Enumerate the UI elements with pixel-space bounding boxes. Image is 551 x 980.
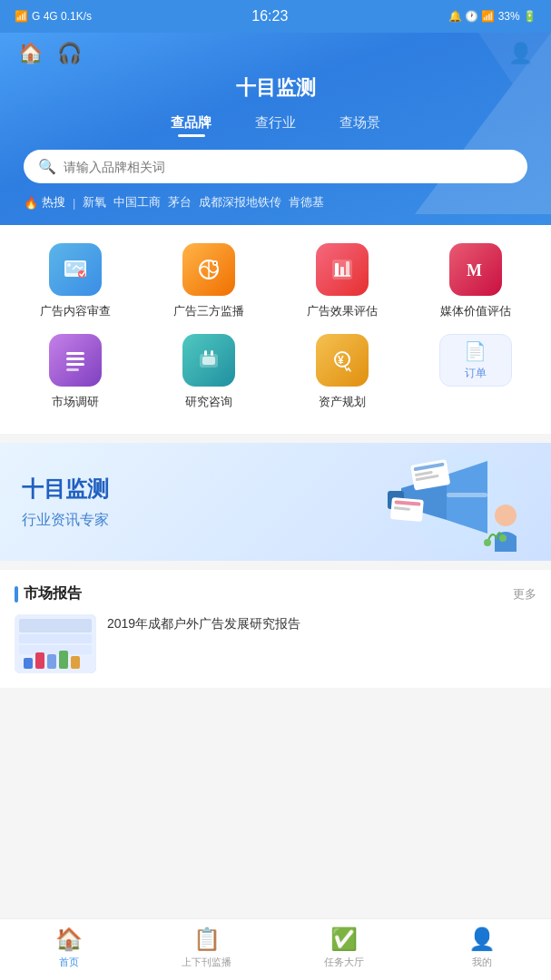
svg-rect-18 <box>202 357 215 365</box>
service-third-party[interactable]: 广告三方监播 <box>154 243 263 319</box>
report-title-text: 2019年成都户外广告发展研究报告 <box>107 614 300 633</box>
search-bar: 🔍 <box>24 150 527 183</box>
status-bar: 📶 G 4G 0.1K/s 16:23 🔔 🕐 📶 33% 🔋 <box>0 0 551 33</box>
service-market-research[interactable]: 市场调研 <box>21 334 130 410</box>
nav-profile[interactable]: 👤 我的 <box>455 926 509 969</box>
service-media-value[interactable]: M 媒体价值评估 <box>421 243 530 319</box>
svg-text:¥: ¥ <box>338 354 344 367</box>
svg-rect-40 <box>24 658 33 669</box>
tab-brand[interactable]: 查品牌 <box>171 114 212 137</box>
header-icons-left: 🏠 🎧 <box>18 42 82 65</box>
service-label-media-value: 媒体价值评估 <box>440 303 511 319</box>
header-top: 🏠 🎧 👤 <box>18 42 533 65</box>
signal-icon: 📶 <box>15 10 28 23</box>
asset-plan-icon: ¥ <box>316 334 369 387</box>
nav-home[interactable]: 🏠 首页 <box>42 926 96 969</box>
service-label-third-party: 广告三方监播 <box>173 303 244 319</box>
svg-rect-10 <box>340 267 344 276</box>
status-left: 📶 G 4G 0.1K/s <box>15 10 92 23</box>
section-title: 市场报告 <box>15 584 82 603</box>
battery-icon: 🔔 🕐 📶 33% 🔋 <box>448 10 536 23</box>
market-report-section: 市场报告 更多 2019年成都户 <box>0 570 551 688</box>
tab-industry[interactable]: 查行业 <box>255 114 296 137</box>
nav-broadcast[interactable]: 📋 上下刊监播 <box>180 926 234 969</box>
service-label-research-consult: 研究咨询 <box>185 394 232 410</box>
hot-item-4[interactable]: 肯德基 <box>289 194 324 211</box>
svg-point-34 <box>484 539 491 546</box>
svg-text:M: M <box>467 261 482 279</box>
network-type: G 4G 0.1K/s <box>32 10 92 23</box>
ad-review-icon <box>49 243 102 296</box>
banner-illustration <box>333 443 542 561</box>
svg-rect-44 <box>71 656 80 669</box>
svg-rect-13 <box>66 352 84 355</box>
svg-rect-15 <box>66 363 84 366</box>
order-button[interactable]: 📄 订单 <box>439 334 512 387</box>
order-icon: 📄 <box>464 340 487 362</box>
order-label: 订单 <box>465 366 487 381</box>
third-party-icon <box>182 243 235 296</box>
tab-bar: 查品牌 查行业 查场景 <box>18 114 533 137</box>
hot-item-3[interactable]: 成都深报地铁传 <box>199 194 281 211</box>
section-header: 市场报告 更多 <box>15 584 536 603</box>
svg-rect-43 <box>59 651 68 669</box>
service-effect-eval[interactable]: 广告效果评估 <box>288 243 397 319</box>
svg-rect-25 <box>447 493 487 497</box>
nav-home-label: 首页 <box>59 956 79 969</box>
hot-item-0[interactable]: 新氧 <box>83 194 106 211</box>
nav-broadcast-label: 上下刊监播 <box>182 956 231 969</box>
market-research-icon <box>49 334 102 387</box>
svg-rect-11 <box>346 261 349 276</box>
service-grid: 广告内容审查 广告三方监播 <box>0 225 551 434</box>
hot-label: 🔥 热搜 <box>24 194 65 211</box>
svg-point-4 <box>67 263 71 267</box>
fire-icon: 🔥 <box>24 196 38 210</box>
nav-tasks-label: 任务大厅 <box>324 956 364 969</box>
research-consult-icon <box>182 334 235 387</box>
svg-rect-41 <box>35 652 44 669</box>
tab-scene[interactable]: 查场景 <box>339 114 380 137</box>
hot-search-bar: 🔥 热搜 | 新氧 中国工商 茅台 成都深报地铁传 肯德基 <box>18 194 533 225</box>
banner: 十目监测 行业资讯专家 <box>0 443 551 561</box>
banner-title: 十目监测 <box>22 475 109 504</box>
hot-divider: | <box>73 196 75 210</box>
service-label-market-research: 市场调研 <box>52 394 99 410</box>
bottom-nav: 🏠 首页 📋 上下刊监播 ✅ 任务大厅 👤 我的 <box>0 918 551 980</box>
media-value-icon: M <box>449 243 502 296</box>
svg-rect-37 <box>19 619 92 632</box>
hot-item-2[interactable]: 茅台 <box>168 194 192 211</box>
search-input[interactable] <box>64 160 513 174</box>
nav-tasks[interactable]: ✅ 任务大厅 <box>317 926 371 969</box>
home-icon[interactable]: 🏠 <box>18 42 43 65</box>
main-content: 广告内容审查 广告三方监播 <box>0 225 551 688</box>
svg-rect-9 <box>335 263 339 276</box>
nav-home-icon: 🏠 <box>55 926 83 952</box>
svg-rect-14 <box>66 358 84 360</box>
service-row-1: 广告内容审查 广告三方监播 <box>9 243 542 319</box>
hot-item-1[interactable]: 中国工商 <box>113 194 161 211</box>
banner-subtitle: 行业资讯专家 <box>22 511 109 530</box>
svg-rect-38 <box>19 634 92 643</box>
section-more-btn[interactable]: 更多 <box>513 586 536 603</box>
service-label-asset-plan: 资产规划 <box>319 394 366 410</box>
service-asset-plan[interactable]: ¥ 资产规划 <box>288 334 397 410</box>
service-label-effect-eval: 广告效果评估 <box>307 303 378 319</box>
nav-profile-label: 我的 <box>472 956 492 969</box>
svg-rect-19 <box>204 350 207 356</box>
status-time: 16:23 <box>251 8 288 24</box>
nav-broadcast-icon: 📋 <box>193 926 221 952</box>
svg-rect-16 <box>66 368 79 371</box>
service-research-consult[interactable]: 研究咨询 <box>154 334 263 410</box>
report-item[interactable]: 2019年成都户外广告发展研究报告 <box>15 614 536 673</box>
search-icon: 🔍 <box>38 158 56 175</box>
user-icon[interactable]: 👤 <box>508 42 533 65</box>
banner-text: 十目监测 行业资讯专家 <box>22 475 109 530</box>
app-title: 十目监测 <box>18 74 533 102</box>
service-row-2: 市场调研 研究咨询 ¥ <box>9 334 542 410</box>
headset-icon[interactable]: 🎧 <box>57 42 82 65</box>
report-thumbnail <box>15 614 96 673</box>
nav-tasks-icon: ✅ <box>330 926 358 952</box>
service-ad-review[interactable]: 广告内容审查 <box>21 243 130 319</box>
service-label-ad-review: 广告内容审查 <box>40 303 111 319</box>
svg-rect-39 <box>19 645 92 654</box>
